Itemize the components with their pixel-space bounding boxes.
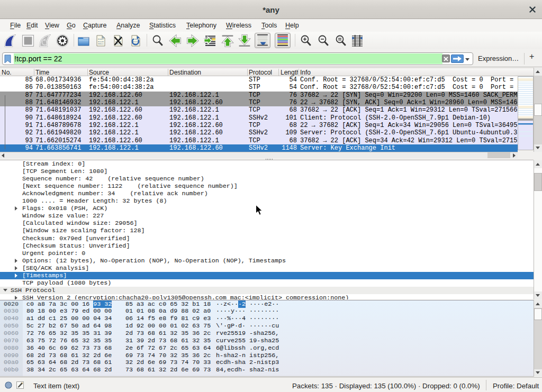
svg-text:0011: 0011 — [98, 42, 104, 45]
